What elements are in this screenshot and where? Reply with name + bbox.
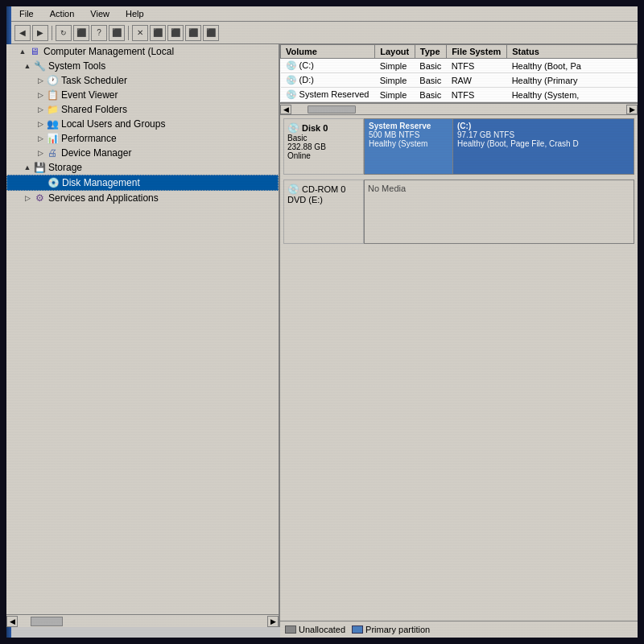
storage-expand[interactable]: ▲ xyxy=(23,163,32,172)
row1-type: Basic xyxy=(415,73,446,88)
hscroll-right[interactable]: ▶ xyxy=(626,105,638,114)
tree-storage[interactable]: ▲ 💾 Storage xyxy=(6,160,279,175)
event-expand[interactable]: ▷ xyxy=(35,90,45,100)
root-expand-icon[interactable]: ▲ xyxy=(18,47,27,56)
tree-shared-folders[interactable]: ▷ 📁 Shared Folders xyxy=(6,102,279,117)
legend-primary-color xyxy=(352,625,363,627)
tree-device-manager[interactable]: ▷ 🖨 Device Manager xyxy=(6,146,279,160)
disk0-label: 💿 Disk 0 Basic 232.88 GB Online xyxy=(283,118,364,175)
c-label: (C:) xyxy=(457,122,630,130)
delete-button[interactable]: ✕ xyxy=(132,25,148,41)
refresh-button[interactable]: ↻ xyxy=(56,25,72,41)
shared-label: Shared Folders xyxy=(61,104,127,115)
tree-scrollbar[interactable]: ◀ ▶ xyxy=(6,614,279,627)
menu-help[interactable]: Help xyxy=(122,8,147,19)
menu-file[interactable]: File xyxy=(16,8,37,19)
legend-primary: Primary partition xyxy=(352,625,430,627)
table-row[interactable]: System Reserved Simple Basic NTFS Health… xyxy=(281,88,638,102)
perf-icon: 📊 xyxy=(46,132,59,145)
system-tools-icon: 🔧 xyxy=(33,60,46,72)
event-icon: 📋 xyxy=(46,89,59,101)
col-volume: Volume xyxy=(281,45,375,59)
shared-icon: 📁 xyxy=(46,103,59,116)
disk-icon-sysres xyxy=(286,89,297,100)
col-status: Status xyxy=(507,45,638,59)
back-button[interactable]: ◀ xyxy=(14,25,31,41)
sysres-size: 500 MB NTFS xyxy=(369,130,448,139)
stop-button[interactable]: ⬛ xyxy=(73,25,89,41)
device-label: Device Manager xyxy=(61,147,131,159)
perf-expand[interactable]: ▷ xyxy=(35,134,45,143)
event-label: Event Viewer xyxy=(61,89,118,101)
perf-label: Performance xyxy=(61,133,117,144)
forward-button[interactable]: ▶ xyxy=(32,25,48,41)
disk-view-panel: 💿 Disk 0 Basic 232.88 GB Online System R… xyxy=(280,115,638,627)
menu-bar: File Action View Help xyxy=(6,6,638,22)
tree-scroll-thumb[interactable] xyxy=(31,617,63,626)
tree-root-label: Computer Management (Local xyxy=(43,46,174,57)
col-layout: Layout xyxy=(375,45,415,59)
task-expand[interactable]: ▷ xyxy=(35,76,45,85)
tree-disk-management[interactable]: 💿 Disk Management xyxy=(6,175,279,191)
export-button[interactable]: ⬛ xyxy=(167,25,184,41)
menu-action[interactable]: Action xyxy=(47,8,78,19)
partition-c[interactable]: (C:) 97.17 GB NTFS Healthy (Boot, Page F… xyxy=(453,119,634,174)
extra2-button[interactable]: ⬛ xyxy=(203,25,219,41)
table-row[interactable]: (D:) Simple Basic RAW Healthy (Primary xyxy=(281,73,638,88)
partition-sysres[interactable]: System Reserve 500 MB NTFS Healthy (Syst… xyxy=(365,119,453,174)
disk-icon-c xyxy=(286,60,297,71)
horizontal-scrollbar[interactable]: ◀ ▶ xyxy=(280,104,638,115)
table-row[interactable]: (C:) Simple Basic NTFS Healthy (Boot, Pa xyxy=(281,59,638,73)
services-expand[interactable]: ▷ xyxy=(23,193,32,203)
tree-task-scheduler[interactable]: ▷ 🕐 Task Scheduler xyxy=(6,73,279,88)
c-size: 97.17 GB NTFS xyxy=(457,130,630,139)
cdrom0-content: No Media xyxy=(364,180,634,244)
tree-system-tools[interactable]: ▲ 🔧 System Tools xyxy=(6,59,279,73)
row1-fs: RAW xyxy=(447,73,507,88)
sysres-status: Healthy (System xyxy=(369,139,448,148)
extra-button[interactable]: ⬛ xyxy=(185,25,201,41)
cdrom0-type: DVD (E:) xyxy=(287,195,360,204)
cdrom0-row: 💿 CD-ROM 0 DVD (E:) No Media xyxy=(283,180,634,244)
tree-local-users[interactable]: ▷ 👥 Local Users and Groups xyxy=(6,117,279,131)
help-button[interactable]: ? xyxy=(91,25,107,41)
row2-type: Basic xyxy=(415,88,446,102)
col-type: Type xyxy=(415,45,446,59)
device-expand[interactable]: ▷ xyxy=(35,148,45,158)
task-icon: 🕐 xyxy=(46,74,59,87)
tree-services[interactable]: ▷ ⚙ Services and Applications xyxy=(6,191,279,205)
disk0-partitions: System Reserve 500 MB NTFS Healthy (Syst… xyxy=(364,118,634,175)
toolbar-sep-1 xyxy=(52,26,52,40)
disk0-status: Online xyxy=(287,151,360,160)
scroll-right-btn[interactable]: ▶ xyxy=(267,616,279,627)
row1-volume: (D:) xyxy=(281,73,375,88)
shared-expand[interactable]: ▷ xyxy=(35,105,45,114)
row0-volume: (C:) xyxy=(281,59,375,73)
main-area: ▲ 🖥 Computer Management (Local ▲ 🔧 Syste… xyxy=(6,44,638,627)
legend-unallocated: Unallocated xyxy=(285,625,345,627)
toolbar: ◀ ▶ ↻ ⬛ ? ⬛ ✕ ⬛ ⬛ ⬛ ⬛ xyxy=(6,22,638,44)
row0-layout: Simple xyxy=(375,59,415,73)
disk0-type: Basic xyxy=(287,134,360,142)
legend-unalloc-label: Unallocated xyxy=(299,625,345,627)
hscroll-left[interactable]: ◀ xyxy=(280,105,291,114)
properties-button[interactable]: ⬛ xyxy=(109,25,125,41)
cdrom0-media: No Media xyxy=(368,184,630,193)
services-icon: ⚙ xyxy=(33,192,46,204)
tree-performance[interactable]: ▷ 📊 Performance xyxy=(6,131,279,146)
row1-layout: Simple xyxy=(375,73,415,88)
new-button[interactable]: ⬛ xyxy=(150,25,166,41)
cdrom0-icon: 💿 xyxy=(287,184,299,195)
menu-view[interactable]: View xyxy=(87,8,113,19)
device-icon: 🖨 xyxy=(46,147,59,159)
tree-root[interactable]: ▲ 🖥 Computer Management (Local xyxy=(6,44,279,59)
tree-event-viewer[interactable]: ▷ 📋 Event Viewer xyxy=(6,88,279,102)
scroll-left-btn[interactable]: ◀ xyxy=(6,616,18,627)
task-label: Task Scheduler xyxy=(61,75,127,86)
hscroll-thumb[interactable] xyxy=(308,105,356,114)
system-tools-expand[interactable]: ▲ xyxy=(23,61,32,71)
disk0-name: Disk 0 xyxy=(302,123,328,133)
users-expand[interactable]: ▷ xyxy=(35,119,45,129)
disk0-icon: 💿 xyxy=(287,122,299,134)
disk-mgmt-label: Disk Management xyxy=(62,177,140,188)
